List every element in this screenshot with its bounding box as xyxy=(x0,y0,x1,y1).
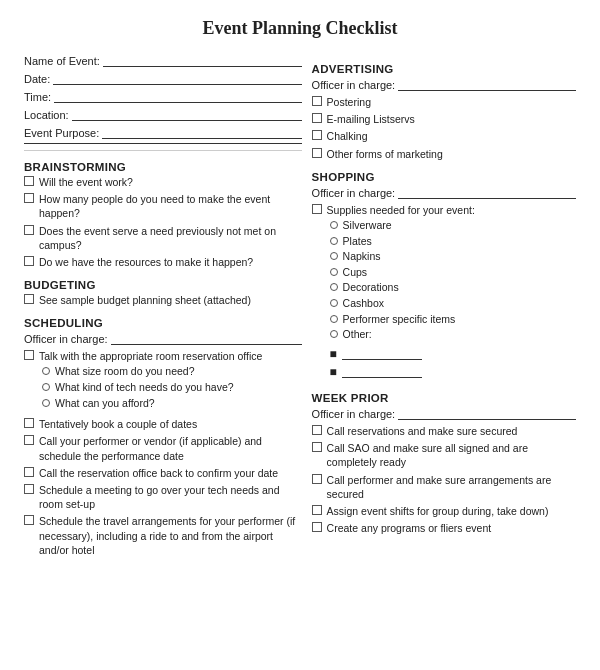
list-item: Call performer and make sure arrangement… xyxy=(312,473,576,501)
list-sub-item: What kind of tech needs do you have? xyxy=(42,381,234,395)
checkbox-icon xyxy=(24,294,34,304)
supply-item: Napkins xyxy=(330,250,456,264)
list-item: Does the event serve a need previously n… xyxy=(24,224,302,252)
circle-icon xyxy=(42,383,50,391)
field-name-underline xyxy=(103,53,302,67)
list-item: Assign event shifts for group during, ta… xyxy=(312,504,576,518)
list-item: Call reservations and make sure secured xyxy=(312,424,576,438)
checkbox-icon xyxy=(24,435,34,445)
checkbox-icon xyxy=(312,442,322,452)
field-purpose: Event Purpose: xyxy=(24,125,302,139)
field-purpose-underline xyxy=(102,125,301,139)
shopping-title: SHOPPING xyxy=(312,171,576,183)
checkbox-icon xyxy=(24,225,34,235)
budgeting-list: See sample budget planning sheet (attach… xyxy=(24,293,302,307)
checkbox-icon xyxy=(24,176,34,186)
circle-icon xyxy=(42,367,50,375)
list-item: Create any programs or fliers event xyxy=(312,521,576,535)
field-location: Location: xyxy=(24,107,302,121)
list-item: Other forms of marketing xyxy=(312,147,576,161)
checkbox-icon xyxy=(312,113,322,123)
circle-icon xyxy=(330,330,338,338)
week-prior-list: Call reservations and make sure secured … xyxy=(312,424,576,535)
budgeting-title: BUDGETING xyxy=(24,279,302,291)
circle-icon xyxy=(330,252,338,260)
list-sub-item: What size room do you need? xyxy=(42,365,234,379)
brainstorming-title: BRAINSTORMING xyxy=(24,161,302,173)
checkbox-icon xyxy=(24,193,34,203)
checkbox-icon xyxy=(24,418,34,428)
supply-item: Performer specific items xyxy=(330,313,456,327)
checkbox-icon xyxy=(24,467,34,477)
list-item: Schedule the travel arrangements for you… xyxy=(24,514,302,557)
shopping-list: Supplies needed for your event: Silverwa… xyxy=(312,203,576,382)
circle-icon xyxy=(330,237,338,245)
list-item: Call SAO and make sure all signed and ar… xyxy=(312,441,576,469)
list-item: Supplies needed for your event: Silverwa… xyxy=(312,203,576,382)
scheduling-officer-underline xyxy=(111,331,302,345)
list-item: How many people do you need to make the … xyxy=(24,192,302,220)
scheduling-officer: Officer in charge: xyxy=(24,331,302,345)
shopping-officer-underline xyxy=(398,185,576,199)
event-fields: Name of Event: Date: Time: Location: Eve… xyxy=(24,53,302,151)
circle-icon xyxy=(330,315,338,323)
supply-item: Plates xyxy=(330,235,456,249)
field-time: Time: xyxy=(24,89,302,103)
scheduling-title: SCHEDULING xyxy=(24,317,302,329)
checkbox-icon xyxy=(312,474,322,484)
page-title: Event Planning Checklist xyxy=(24,18,576,39)
field-date-underline xyxy=(53,71,301,85)
field-time-underline xyxy=(54,89,302,103)
circle-icon xyxy=(330,268,338,276)
extra-bullet-1: ■ xyxy=(330,346,422,360)
checkbox-icon xyxy=(312,522,322,532)
list-sub-item: What can you afford? xyxy=(42,397,234,411)
advertising-list: Postering E-mailing Listservs Chalking O… xyxy=(312,95,576,161)
checkbox-icon xyxy=(312,425,322,435)
list-item: Do we have the resources to make it happ… xyxy=(24,255,302,269)
circle-icon xyxy=(330,299,338,307)
checkbox-icon xyxy=(24,515,34,525)
checkbox-icon xyxy=(312,96,322,106)
field-date: Date: xyxy=(24,71,302,85)
week-prior-title: WEEK PRIOR xyxy=(312,392,576,404)
field-name: Name of Event: xyxy=(24,53,302,67)
list-item: Call your performer or vendor (if applic… xyxy=(24,434,302,462)
brainstorming-list: Will the event work? How many people do … xyxy=(24,175,302,269)
checkbox-icon xyxy=(312,505,322,515)
supply-item: Cashbox xyxy=(330,297,456,311)
list-item: E-mailing Listservs xyxy=(312,112,576,126)
checkbox-icon xyxy=(312,130,322,140)
list-item: Chalking xyxy=(312,129,576,143)
supply-item: Silverware xyxy=(330,219,456,233)
supply-item: Other: xyxy=(330,328,456,342)
advertising-officer-underline xyxy=(398,77,576,91)
field-location-underline xyxy=(72,107,302,121)
checkbox-icon xyxy=(312,204,322,214)
checkbox-icon xyxy=(24,350,34,360)
week-prior-officer-underline xyxy=(398,406,576,420)
list-item: Call the reservation office back to conf… xyxy=(24,466,302,480)
shopping-officer: Officer in charge: xyxy=(312,185,576,199)
extra-bullet-2: ■ xyxy=(330,364,422,378)
supply-item: Cups xyxy=(330,266,456,280)
circle-icon xyxy=(42,399,50,407)
list-item: Talk with the appropriate room reservati… xyxy=(24,349,302,414)
list-item: Schedule a meeting to go over your tech … xyxy=(24,483,302,511)
week-prior-officer: Officer in charge: xyxy=(312,406,576,420)
circle-icon xyxy=(330,283,338,291)
list-item: Postering xyxy=(312,95,576,109)
circle-icon xyxy=(330,221,338,229)
supply-item: Decorations xyxy=(330,281,456,295)
checkbox-icon xyxy=(24,484,34,494)
list-item: Will the event work? xyxy=(24,175,302,189)
list-item: See sample budget planning sheet (attach… xyxy=(24,293,302,307)
advertising-officer: Officer in charge: xyxy=(312,77,576,91)
list-item: Tentatively book a couple of dates xyxy=(24,417,302,431)
checkbox-icon xyxy=(312,148,322,158)
checkbox-icon xyxy=(24,256,34,266)
scheduling-list: Talk with the appropriate room reservati… xyxy=(24,349,302,557)
advertising-title: ADVERTISING xyxy=(312,63,576,75)
